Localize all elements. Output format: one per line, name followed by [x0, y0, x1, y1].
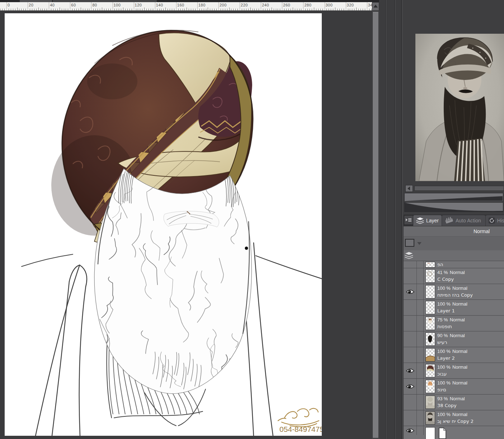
- layer-color-box[interactable]: [405, 239, 414, 247]
- layer-lock-cell[interactable]: [417, 379, 424, 394]
- panel-menu-button[interactable]: [404, 215, 413, 225]
- scroll-up-button[interactable]: [372, 2, 379, 11]
- visibility-toggle[interactable]: [404, 410, 417, 426]
- ruler-tick: [337, 9, 338, 10]
- layer-lock-cell[interactable]: [417, 261, 424, 268]
- ruler-tick: [221, 9, 221, 10]
- ruler-tick: [64, 9, 64, 10]
- layer-opacity: 41 %: [437, 270, 448, 275]
- layers-stack-icon[interactable]: [405, 252, 413, 259]
- visibility-toggle[interactable]: [404, 331, 417, 347]
- reference-photo[interactable]: [415, 34, 504, 181]
- layer-row[interactable]: 75 %Normalתוספות: [404, 315, 504, 331]
- layer-thumbnail[interactable]: [425, 380, 435, 393]
- layer-name[interactable]: Layer 2: [437, 355, 503, 362]
- ruler-tick: [354, 9, 354, 10]
- layer-lock-cell[interactable]: [417, 268, 424, 284]
- layer-list: פה41 %NormalC Copy100 %Normalחתימה זהב C…: [404, 261, 504, 439]
- layer-thumbnail[interactable]: [425, 396, 435, 409]
- layer-row[interactable]: 100 %NormalLayer 1: [404, 299, 504, 315]
- layer-blend-mode: Normal: [452, 349, 467, 354]
- tab-auto-action[interactable]: Auto Action: [442, 215, 485, 226]
- layer-thumbnail[interactable]: [425, 262, 435, 268]
- layer-name[interactable]: C Copy: [437, 276, 503, 283]
- visibility-toggle[interactable]: [404, 261, 417, 268]
- visibility-toggle[interactable]: [404, 347, 417, 363]
- layer-lock-cell[interactable]: [417, 395, 424, 410]
- layer-row[interactable]: [404, 426, 504, 435]
- visibility-toggle[interactable]: [404, 316, 417, 331]
- layer-lock-cell[interactable]: [417, 316, 424, 331]
- layer-name[interactable]: Layer 1: [437, 307, 503, 314]
- layer-thumbnail[interactable]: [425, 301, 435, 314]
- layer-controls-row: [404, 237, 504, 250]
- visibility-toggle[interactable]: [404, 363, 417, 378]
- layer-name[interactable]: פנים: [437, 386, 503, 393]
- layer-lock-cell[interactable]: [417, 410, 424, 426]
- tab-history[interactable]: His: [486, 215, 504, 226]
- layer-row[interactable]: 41 %NormalC Copy: [404, 268, 504, 284]
- layer-text: 93 %Normal38 Copy: [437, 395, 503, 409]
- signature-phone: 054-8497475: [279, 425, 322, 433]
- layer-row[interactable]: 100 %Normalכובע: [404, 363, 504, 378]
- vertical-scrollbar[interactable]: [372, 11, 379, 439]
- canvas-artwork[interactable]: 054-8497475: [5, 13, 322, 436]
- wedge-slider-2[interactable]: [404, 202, 503, 212]
- visibility-toggle[interactable]: [404, 268, 417, 284]
- ruler-tick: [140, 9, 140, 10]
- layer-row[interactable]: 93 %Normal38 Copy: [404, 394, 504, 410]
- layer-lock-cell[interactable]: [417, 300, 424, 315]
- ruler-tick: [81, 8, 81, 10]
- layer-row[interactable]: 100 %Normalבן איש חי Copy 2: [404, 410, 504, 426]
- layer-name[interactable]: תוספות: [437, 323, 503, 330]
- layer-thumbnail[interactable]: [425, 317, 435, 330]
- layer-name[interactable]: 38 Copy: [437, 402, 503, 409]
- layer-row[interactable]: פה: [404, 261, 504, 268]
- layer-row[interactable]: 100 %Normalפנים: [404, 378, 504, 394]
- chevron-down-icon[interactable]: [416, 241, 422, 245]
- visibility-toggle[interactable]: [404, 426, 417, 435]
- layer-thumbnail[interactable]: [425, 364, 435, 377]
- wedge-slider-1[interactable]: [404, 193, 503, 202]
- ruler-tick: [307, 9, 308, 10]
- layer-lock-cell[interactable]: [417, 426, 424, 435]
- ruler-tick: [314, 8, 314, 10]
- ruler-tick: [184, 9, 185, 10]
- ruler-tick: [322, 9, 323, 10]
- tab-layer-label: Layer: [426, 218, 439, 223]
- layer-name[interactable]: שיער: [437, 339, 503, 346]
- ruler-tick: [310, 9, 310, 10]
- ruler-label: 120: [135, 3, 142, 7]
- visibility-toggle[interactable]: [404, 395, 417, 410]
- layer-row[interactable]: 90 %Normalשיער: [404, 331, 504, 347]
- layer-lock-cell[interactable]: [417, 363, 424, 378]
- layer-thumbnail[interactable]: [425, 269, 435, 283]
- horizontal-scrollbar[interactable]: [414, 186, 504, 191]
- layer-name[interactable]: חתימה זהב Copy: [437, 292, 503, 298]
- panel-splitter[interactable]: [402, 0, 403, 439]
- visibility-toggle[interactable]: [404, 379, 417, 394]
- visibility-toggle[interactable]: [404, 300, 417, 315]
- layer-lock-cell[interactable]: [417, 284, 424, 299]
- layer-name[interactable]: פה: [437, 261, 503, 268]
- tab-layer[interactable]: Layer: [413, 215, 442, 226]
- scrollbar-thumb[interactable]: [372, 11, 379, 438]
- ruler-tick: [144, 8, 145, 10]
- layer-thumbnail[interactable]: [425, 332, 435, 346]
- layer-thumbnail[interactable]: [425, 285, 435, 298]
- layer-name[interactable]: בן איש חי Copy 2: [437, 418, 503, 425]
- blend-mode-dropdown[interactable]: Normal: [404, 226, 504, 237]
- layer-thumbnail[interactable]: [425, 348, 435, 362]
- ruler-label: 260: [283, 3, 290, 7]
- ruler-tick: [25, 9, 26, 10]
- scroll-left-button[interactable]: [405, 185, 413, 192]
- layer-lock-cell[interactable]: [417, 347, 424, 363]
- layer-thumbnail[interactable]: [425, 411, 435, 425]
- visibility-toggle[interactable]: [404, 284, 417, 299]
- layer-row[interactable]: 100 %Normalחתימה זהב Copy: [404, 284, 504, 299]
- eye-icon: [406, 384, 415, 390]
- layer-thumbnail[interactable]: [425, 427, 435, 439]
- layer-name[interactable]: כובע: [437, 370, 503, 377]
- layer-lock-cell[interactable]: [417, 331, 424, 347]
- layer-row[interactable]: 100 %NormalLayer 2: [404, 347, 504, 363]
